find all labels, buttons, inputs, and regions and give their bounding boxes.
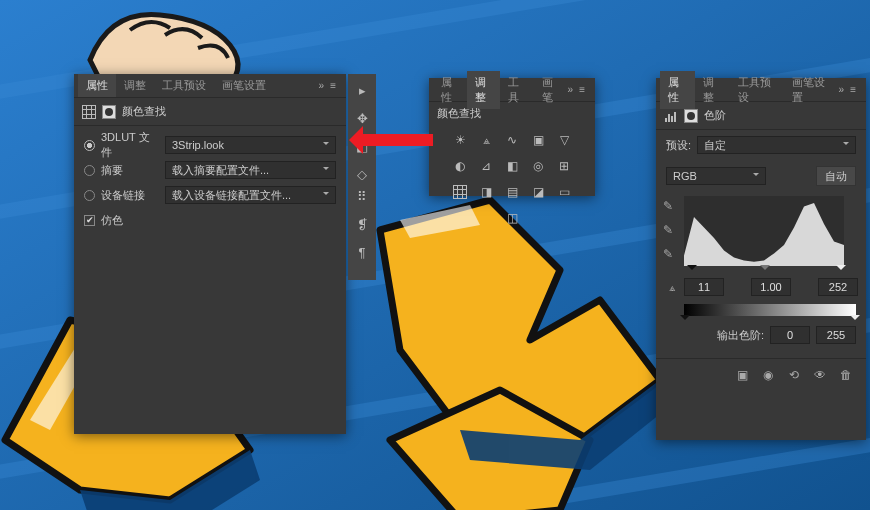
svg-rect-6 xyxy=(83,105,96,118)
view-previous-icon[interactable]: ◉ xyxy=(760,367,776,383)
output-white-slider[interactable] xyxy=(850,315,860,325)
tab-properties[interactable]: 属性 xyxy=(78,74,116,97)
channel-mixer-icon[interactable]: ⊞ xyxy=(555,157,573,175)
levels-icon[interactable]: ⟁ xyxy=(477,131,495,149)
brightness-icon[interactable]: ☀ xyxy=(451,131,469,149)
panel-footer-icons: ▣ ◉ ⟲ 👁 🗑 xyxy=(656,358,866,391)
radio-3dlut[interactable] xyxy=(84,140,95,151)
panel-overflow-icon[interactable]: » xyxy=(839,84,845,95)
levels-histogram-icon xyxy=(664,109,678,123)
color-lookup-icon[interactable] xyxy=(451,183,469,201)
input-mid-level[interactable]: 1.00 xyxy=(751,278,791,296)
tab-tools[interactable]: 工具 xyxy=(500,71,534,109)
panel-overflow-icon[interactable]: » xyxy=(319,80,325,91)
svg-rect-13 xyxy=(454,186,467,199)
bw-icon[interactable]: ◧ xyxy=(503,157,521,175)
dock-expand-icon[interactable]: ▸ xyxy=(352,80,372,100)
clip-warning-icon[interactable]: ⟁ xyxy=(664,279,680,295)
radio-device-link[interactable] xyxy=(84,190,95,201)
exposure-icon[interactable]: ▣ xyxy=(529,131,547,149)
grid-lut-icon xyxy=(82,105,96,119)
paragraph-icon[interactable]: ¶ xyxy=(352,242,372,262)
preset-label: 预设: xyxy=(666,138,691,153)
clip-to-layer-icon[interactable]: ▣ xyxy=(734,367,750,383)
gradient-map-icon[interactable]: ▭ xyxy=(555,183,573,201)
dropdown-preset[interactable]: 自定 xyxy=(697,136,856,154)
reset-icon[interactable]: ⟲ xyxy=(786,367,802,383)
layers-icon[interactable]: ◧ xyxy=(352,136,372,156)
output-levels-label: 输出色阶: xyxy=(717,328,764,343)
threshold-icon[interactable]: ◪ xyxy=(529,183,547,201)
color-balance-icon[interactable]: ⊿ xyxy=(477,157,495,175)
eyedropper-white-icon[interactable]: ✎ xyxy=(660,246,676,262)
selective-color-icon[interactable]: ◫ xyxy=(503,209,521,227)
auto-button[interactable]: 自动 xyxy=(816,166,856,186)
tab-adjustments[interactable]: 调整 xyxy=(467,71,501,109)
svg-rect-20 xyxy=(671,116,673,122)
curves-icon[interactable]: ∿ xyxy=(503,131,521,149)
tab-tool-presets[interactable]: 工具预设 xyxy=(154,74,214,97)
svg-rect-19 xyxy=(668,114,670,122)
dropdown-abstract[interactable]: 载入摘要配置文件... xyxy=(165,161,336,179)
properties-panel-color-lookup: 属性 调整 工具预设 画笔设置 » ≡ 颜色查找 3DLUT 文件 3Strip… xyxy=(74,74,346,434)
photo-filter-icon[interactable]: ◎ xyxy=(529,157,547,175)
history-icon[interactable]: ✥ xyxy=(352,108,372,128)
levels-mode-label: 色阶 xyxy=(704,108,726,123)
dropdown-3dlut-file[interactable]: 3Strip.look xyxy=(165,136,336,154)
panel-menu-icon[interactable]: ≡ xyxy=(330,80,336,91)
invert-icon[interactable]: ◨ xyxy=(477,183,495,201)
mid-point-slider[interactable] xyxy=(760,265,770,275)
character-icon[interactable]: ❡ xyxy=(352,214,372,234)
adjustments-panel: 属性 调整 工具 画笔 »≡ 颜色查找 ☀ ⟁ ∿ ▣ ▽ ◐ ⊿ ◧ ◎ ⊞ … xyxy=(429,78,595,196)
adjustment-presets-grid: ☀ ⟁ ∿ ▣ ▽ ◐ ⊿ ◧ ◎ ⊞ ◨ ▤ ◪ ▭ ◫ xyxy=(429,125,595,233)
tab-properties[interactable]: 属性 xyxy=(433,71,467,109)
panel-tabs: 属性 调整 工具预设 画笔设置 »≡ xyxy=(656,78,866,102)
vibrance-icon[interactable]: ▽ xyxy=(555,131,573,149)
svg-rect-18 xyxy=(665,118,667,122)
input-output-black[interactable]: 0 xyxy=(770,326,810,344)
tab-brush-settings[interactable]: 画笔设置 xyxy=(214,74,274,97)
levels-histogram xyxy=(684,196,844,266)
black-point-slider[interactable] xyxy=(687,265,697,275)
tab-brush-settings[interactable]: 画笔设置 xyxy=(784,71,838,109)
panel-tabs: 属性 调整 工具 画笔 »≡ xyxy=(429,78,595,102)
output-black-slider[interactable] xyxy=(680,315,690,325)
tab-tool-presets[interactable]: 工具预设 xyxy=(730,71,784,109)
tab-brush[interactable]: 画笔 xyxy=(534,71,568,109)
delete-icon[interactable]: 🗑 xyxy=(838,367,854,383)
dropdown-channel[interactable]: RGB xyxy=(666,167,766,185)
label-device-link: 设备链接 xyxy=(101,188,159,203)
panel-title: 颜色查找 xyxy=(122,104,166,119)
posterize-icon[interactable]: ▤ xyxy=(503,183,521,201)
label-abstract: 摘要 xyxy=(101,163,159,178)
eyedropper-black-icon[interactable]: ✎ xyxy=(660,198,676,214)
tab-properties[interactable]: 属性 xyxy=(660,71,695,109)
swatches-icon[interactable]: ⠿ xyxy=(352,186,372,206)
panel-menu-icon[interactable]: ≡ xyxy=(850,84,856,95)
svg-point-23 xyxy=(687,112,695,120)
white-point-slider[interactable] xyxy=(836,265,846,275)
checkbox-dither[interactable] xyxy=(84,215,95,226)
input-white-level[interactable]: 252 xyxy=(818,278,858,296)
collapsed-dock-strip-b: ⠿ ❡ ¶ xyxy=(348,180,376,280)
svg-point-12 xyxy=(105,108,113,116)
panel-menu-icon[interactable]: ≡ xyxy=(579,84,585,95)
tab-adjustments[interactable]: 调整 xyxy=(116,74,154,97)
input-output-white[interactable]: 255 xyxy=(816,326,856,344)
radio-abstract[interactable] xyxy=(84,165,95,176)
hue-sat-icon[interactable]: ◐ xyxy=(451,157,469,175)
panel-tabs: 属性 调整 工具预设 画笔设置 » ≡ xyxy=(74,74,346,98)
toggle-visibility-icon[interactable]: 👁 xyxy=(812,367,828,383)
tab-adjustments[interactable]: 调整 xyxy=(695,71,730,109)
label-dither: 仿色 xyxy=(101,213,123,228)
label-3dlut: 3DLUT 文件 xyxy=(101,130,159,160)
properties-panel-levels: 属性 调整 工具预设 画笔设置 »≡ 色阶 预设: 自定 RGB 自动 ✎ ✎ … xyxy=(656,78,866,440)
svg-rect-21 xyxy=(674,112,676,122)
input-black-level[interactable]: 11 xyxy=(684,278,724,296)
mask-icon xyxy=(684,109,698,123)
eyedropper-gray-icon[interactable]: ✎ xyxy=(660,222,676,238)
mask-icon xyxy=(102,105,116,119)
dropdown-device-link[interactable]: 载入设备链接配置文件... xyxy=(165,186,336,204)
panel-overflow-icon[interactable]: » xyxy=(568,84,574,95)
output-gradient[interactable] xyxy=(684,304,856,316)
